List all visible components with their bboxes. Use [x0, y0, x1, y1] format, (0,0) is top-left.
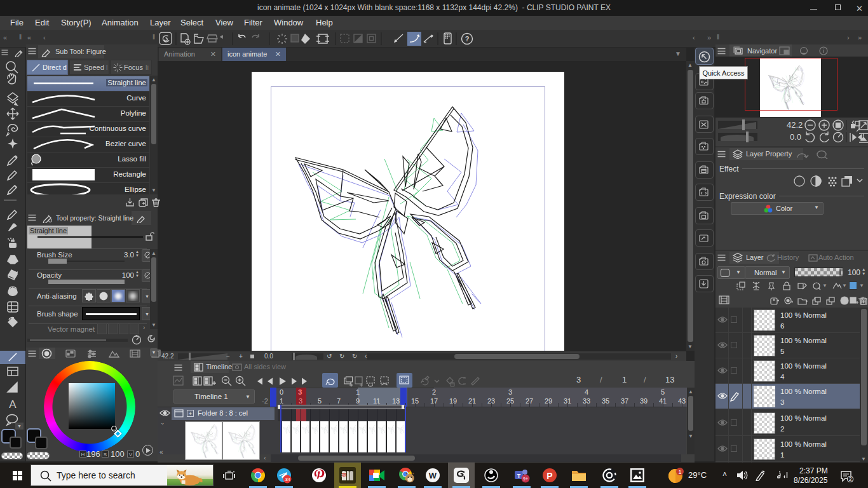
- svg-text:A: A: [9, 398, 17, 410]
- svg-text:.84: .84: [284, 477, 290, 482]
- svg-text:1: 1: [678, 469, 681, 475]
- svg-text:P: P: [546, 471, 552, 481]
- svg-text:T: T: [517, 473, 521, 479]
- svg-text:?: ?: [465, 35, 470, 43]
- svg-text:3%: 3%: [341, 473, 346, 477]
- svg-text:9+: 9+: [523, 477, 528, 481]
- svg-text:2: 2: [849, 476, 852, 482]
- svg-text:W: W: [429, 471, 437, 480]
